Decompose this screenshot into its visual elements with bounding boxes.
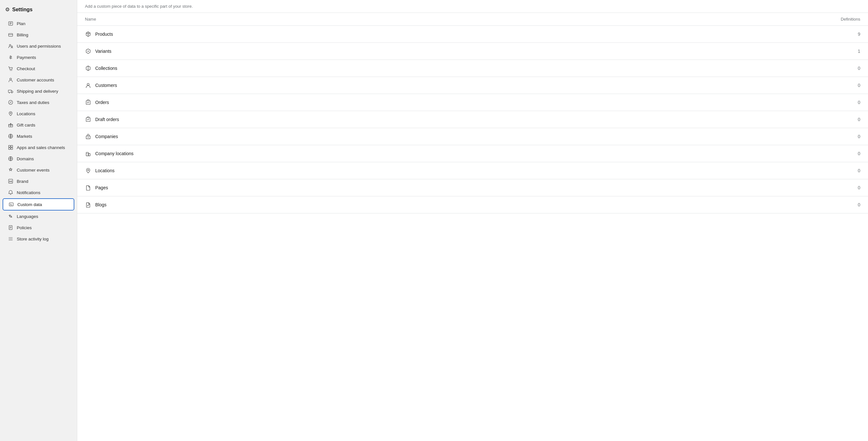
sidebar-item-label-store-activity-log: Store activity log [17, 237, 49, 241]
sidebar: ⚙ Settings Plan Billing Users and permis… [0, 0, 77, 441]
icon-plan [8, 21, 13, 26]
icon-store-activity-log [8, 236, 13, 242]
table-row-left-companies: Companies [85, 133, 118, 140]
table-header: Name Definitions [77, 13, 868, 26]
sidebar-item-brand[interactable]: Brand [3, 176, 74, 187]
row-count-pages: 0 [858, 185, 860, 190]
main-inner: Add a custom piece of data to a specific… [77, 0, 868, 213]
table-row-left-collections: Collections [85, 65, 117, 71]
sidebar-item-domains[interactable]: Domains [3, 153, 74, 164]
row-count-products: 9 [858, 32, 860, 37]
row-count-collections: 0 [858, 66, 860, 71]
sidebar-item-label-plan: Plan [17, 21, 25, 26]
svg-point-45 [88, 169, 89, 171]
table-row-left-orders: Orders [85, 99, 109, 106]
row-count-variants: 1 [858, 49, 860, 54]
row-count-customers: 0 [858, 83, 860, 88]
table-row-left-locations: Locations [85, 167, 115, 174]
row-icon-customers [85, 82, 91, 89]
sidebar-item-customer-accounts[interactable]: Customer accounts [3, 75, 74, 85]
sidebar-item-label-users-permissions: Users and permissions [17, 44, 61, 49]
table-row[interactable]: Company locations 0 [77, 145, 868, 162]
row-count-draft-orders: 0 [858, 117, 860, 122]
icon-payments [8, 54, 13, 60]
svg-rect-34 [86, 101, 90, 105]
svg-rect-43 [88, 153, 89, 154]
sidebar-item-markets[interactable]: Markets [3, 131, 74, 142]
sidebar-item-plan[interactable]: Plan [3, 18, 74, 29]
icon-notifications [8, 189, 13, 196]
icon-users-permissions [8, 43, 13, 49]
svg-rect-4 [9, 33, 13, 36]
row-icon-orders [85, 99, 91, 106]
table-row[interactable]: Companies 0 [77, 128, 868, 145]
sidebar-item-policies[interactable]: Policies [3, 222, 74, 233]
table-row[interactable]: Orders 0 [77, 94, 868, 111]
sidebar-item-apps-sales-channels[interactable]: Apps and sales channels [3, 142, 74, 153]
sidebar-item-store-activity-log[interactable]: Store activity log [3, 233, 74, 244]
sidebar-item-languages[interactable]: Languages [3, 211, 74, 222]
sidebar-item-label-customer-events: Customer events [17, 168, 50, 173]
settings-icon: ⚙ [5, 6, 10, 12]
sidebar-item-customer-events[interactable]: Customer events [3, 165, 74, 175]
icon-apps-sales-channels [8, 145, 13, 150]
icon-brand [8, 178, 13, 184]
sidebar-item-locations[interactable]: Locations [3, 108, 74, 119]
svg-point-13 [11, 92, 12, 93]
sidebar-item-users-permissions[interactable]: Users and permissions [3, 40, 74, 52]
row-count-locations: 0 [858, 168, 860, 173]
icon-billing [8, 32, 13, 38]
svg-rect-11 [8, 90, 11, 92]
table-row[interactable]: Collections 0 [77, 60, 868, 77]
sidebar-item-label-policies: Policies [17, 225, 32, 230]
column-header-name: Name [85, 17, 96, 22]
sidebar-item-label-taxes-duties: Taxes and duties [17, 100, 49, 105]
sidebar-item-label-shipping-delivery: Shipping and delivery [17, 89, 58, 94]
sidebar-header: ⚙ Settings [0, 3, 77, 18]
table-row[interactable]: Products 9 [77, 26, 868, 43]
svg-point-33 [87, 83, 89, 85]
icon-languages [8, 213, 13, 219]
table-row-left-pages: Pages [85, 184, 108, 191]
page-description: Add a custom piece of data to a specific… [77, 0, 868, 13]
sidebar-item-gift-cards[interactable]: Gift cards [3, 119, 74, 130]
table-rows: Products 9 Variants 1 Collections 0 Cust… [77, 26, 868, 213]
sidebar-item-label-apps-sales-channels: Apps and sales channels [17, 145, 65, 150]
icon-customer-accounts [8, 77, 13, 83]
sidebar-item-payments[interactable]: Payments [3, 52, 74, 63]
sidebar-item-label-billing: Billing [17, 32, 28, 37]
row-count-blogs: 0 [858, 202, 860, 207]
icon-checkout [8, 66, 13, 71]
svg-rect-24 [9, 203, 13, 206]
table-row[interactable]: Pages 0 [77, 179, 868, 196]
svg-point-10 [10, 78, 11, 80]
table-row[interactable]: Blogs 0 [77, 196, 868, 213]
table-row[interactable]: Customers 0 [77, 77, 868, 94]
main-content: Add a custom piece of data to a specific… [77, 0, 868, 441]
sidebar-item-taxes-duties[interactable]: Taxes and duties [3, 97, 74, 108]
table-row[interactable]: Variants 1 [77, 43, 868, 60]
row-label-variants: Variants [95, 49, 111, 54]
row-label-company-locations: Company locations [95, 151, 133, 156]
svg-rect-18 [9, 146, 11, 147]
sidebar-item-label-domains: Domains [17, 156, 34, 161]
row-label-blogs: Blogs [95, 202, 106, 207]
row-label-orders: Orders [95, 100, 109, 105]
sidebar-title: Settings [12, 7, 32, 12]
sidebar-item-custom-data[interactable]: Custom data [3, 198, 74, 210]
sidebar-item-notifications[interactable]: Notifications [3, 187, 74, 198]
table-row-left-customers: Customers [85, 82, 117, 89]
row-label-customers: Customers [95, 83, 117, 88]
sidebar-item-checkout[interactable]: Checkout [3, 63, 74, 74]
icon-gift-cards [8, 122, 13, 128]
sidebar-item-label-brand: Brand [17, 179, 28, 184]
sidebar-item-billing[interactable]: Billing [3, 29, 74, 40]
svg-rect-21 [11, 148, 13, 150]
row-icon-pages [85, 184, 91, 191]
svg-rect-23 [9, 179, 13, 183]
table-row[interactable]: Locations 0 [77, 162, 868, 179]
row-label-collections: Collections [95, 66, 117, 71]
sidebar-item-shipping-delivery[interactable]: Shipping and delivery [3, 86, 74, 96]
sidebar-item-label-languages: Languages [17, 214, 38, 219]
table-row[interactable]: Draft orders 0 [77, 111, 868, 128]
